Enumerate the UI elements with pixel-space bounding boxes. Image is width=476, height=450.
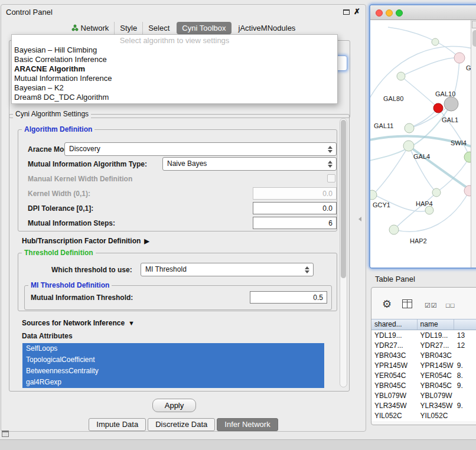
network-node[interactable] [397, 72, 405, 80]
cell[interactable]: 9. [454, 361, 476, 371]
tab-select[interactable]: Select [142, 22, 175, 34]
split-pane-handle[interactable] [358, 217, 361, 221]
table-row[interactable]: YLR345WYLR345W9. [371, 401, 476, 411]
network-node-hap2[interactable] [389, 225, 399, 234]
tab-jactivemnodules[interactable]: jActiveMNodules [233, 22, 301, 34]
tab-cyni-toolbox[interactable]: Cyni Toolbox [177, 22, 231, 34]
table-row[interactable]: YER054CYER054C8. [371, 371, 476, 381]
sources-toggle[interactable]: Sources for Network Inference▼ [22, 319, 135, 327]
column-header-partial[interactable] [454, 319, 476, 330]
mi-type-value: Naive Bayes [167, 158, 207, 170]
cell[interactable]: YDL19... [371, 331, 418, 341]
table-row[interactable]: YIL052CYIL052C [371, 411, 476, 421]
column-header-shared-name[interactable]: shared... [371, 319, 418, 330]
cell[interactable]: YIL052C [418, 411, 454, 421]
network-node[interactable] [432, 188, 441, 197]
cell[interactable]: 12 [454, 341, 476, 351]
minimize-traffic-light[interactable] [386, 9, 393, 17]
column-header-name[interactable]: name [418, 319, 454, 330]
cell[interactable]: YLR345W [371, 401, 418, 411]
mi-threshold-field[interactable] [250, 291, 327, 304]
algorithm-option[interactable]: Dream8 DC_TDC Algorithm [12, 93, 337, 102]
network-node-gcy1[interactable] [370, 190, 377, 200]
tab-style[interactable]: Style [114, 22, 142, 34]
table-row[interactable]: YBR045CYBR045C9. [371, 381, 476, 391]
mi-threshold-group-title: MI Threshold Definition [28, 281, 112, 289]
cell[interactable]: YPR145W [371, 361, 418, 371]
algorithm-option[interactable]: Basic Correlation Inference [12, 55, 337, 64]
attribute-item[interactable]: TopologicalCoefficient [22, 354, 324, 366]
cell[interactable]: YBL079W [418, 391, 454, 401]
float-window-icon[interactable] [343, 9, 350, 15]
cell[interactable]: YBR043C [371, 351, 418, 361]
table-panel-title: Table Panel [375, 275, 415, 283]
cell[interactable]: 8. [454, 371, 476, 381]
cell[interactable]: YPR145W [418, 361, 454, 371]
tab-impute-data[interactable]: Impute Data [89, 418, 146, 431]
cell[interactable]: YBL079W [371, 391, 418, 401]
cell[interactable]: YER054C [418, 371, 454, 381]
tab-infer-network[interactable]: Infer Network [217, 418, 278, 431]
dpi-tolerance-field[interactable] [253, 202, 337, 214]
algorithm-option[interactable]: Mutual Information Inference [12, 74, 337, 83]
cell[interactable]: YER054C [371, 371, 418, 381]
cell[interactable]: YLR345W [418, 401, 454, 411]
deselect-all-icon[interactable]: □□ [446, 302, 455, 309]
cell[interactable]: YBR043C [418, 351, 454, 361]
apply-button[interactable]: Apply [152, 399, 196, 412]
cell[interactable]: 9. [454, 381, 476, 391]
network-node[interactable] [405, 123, 414, 133]
table-row[interactable]: YBL079WYBL079W [371, 391, 476, 401]
cell[interactable]: YDR27... [418, 341, 454, 351]
tab-network[interactable]: Network [66, 22, 115, 34]
cell[interactable]: YBR045C [371, 381, 418, 391]
cell[interactable]: 9. [454, 401, 476, 411]
gear-icon[interactable]: ⚙ [382, 298, 392, 311]
cell[interactable] [454, 351, 476, 361]
attribute-item[interactable]: gal4RGexp [22, 377, 324, 388]
table-row[interactable]: YDL19...YDL19...13 [371, 331, 476, 341]
network-node-selected[interactable] [433, 103, 443, 113]
network-canvas[interactable]: GAL80 GAL11 GAL10 GAL1 SWI4 GAL4 GCY1 HA… [370, 20, 476, 268]
network-scrollbar[interactable] [471, 20, 476, 268]
network-scrollbar-thumb[interactable] [472, 30, 476, 47]
close-traffic-light[interactable] [376, 9, 383, 17]
hub-definition-toggle[interactable]: Hub/Transcription Factor Definition▶ [22, 237, 149, 245]
cell[interactable]: YIL052C [371, 411, 418, 421]
mi-steps-field[interactable] [253, 217, 337, 229]
network-node[interactable] [432, 38, 439, 45]
which-threshold-combo[interactable]: MI Threshold [141, 263, 314, 276]
columns-icon[interactable] [402, 299, 412, 308]
algorithm-option[interactable]: Bayesian – K2 [12, 83, 337, 93]
network-node-gal4[interactable] [403, 141, 414, 151]
table-row[interactable]: YBR043CYBR043C [371, 351, 476, 361]
panel-toggle-icon[interactable] [2, 431, 9, 437]
settings-scrollbar-thumb[interactable] [341, 120, 346, 278]
mi-type-combo[interactable]: Naive Bayes [162, 157, 337, 171]
attribute-item[interactable]: SelfLoops [22, 343, 324, 354]
cell[interactable]: YDR27... [371, 341, 418, 351]
settings-scrollbar[interactable] [340, 118, 347, 387]
attribute-item[interactable]: BetweennessCentrality [22, 366, 324, 377]
tab-discretize-data[interactable]: Discretize Data [148, 418, 215, 431]
cell[interactable]: 13 [454, 331, 476, 341]
table-row[interactable]: YDR27...YDR27...12 [371, 341, 476, 351]
cell[interactable] [454, 391, 476, 401]
table-row[interactable]: YPR145WYPR145W9. [371, 361, 476, 371]
network-node[interactable] [454, 53, 465, 63]
network-scrollbar-button[interactable] [472, 21, 476, 28]
cell[interactable]: YDL19... [418, 331, 454, 341]
close-icon[interactable]: ✗ [354, 7, 360, 16]
algorithm-option[interactable]: Bayesian – Hill Climbing [12, 45, 337, 55]
cell[interactable]: YBR045C [418, 381, 454, 391]
select-all-icon[interactable]: ☑☑ [425, 302, 438, 309]
aracne-mode-combo[interactable]: Discovery [64, 142, 337, 156]
cell[interactable] [454, 411, 476, 421]
algorithm-option-selected[interactable]: ARACNE Algorithm [12, 64, 337, 74]
node-label: HAP4 [416, 200, 433, 207]
zoom-traffic-light[interactable] [396, 9, 403, 17]
tab-cyni-toolbox-label: Cyni Toolbox [182, 24, 226, 32]
network-node-gal10[interactable] [444, 97, 458, 111]
hub-definition-label: Hub/Transcription Factor Definition [22, 237, 141, 245]
network-node-hap4[interactable] [425, 206, 433, 214]
